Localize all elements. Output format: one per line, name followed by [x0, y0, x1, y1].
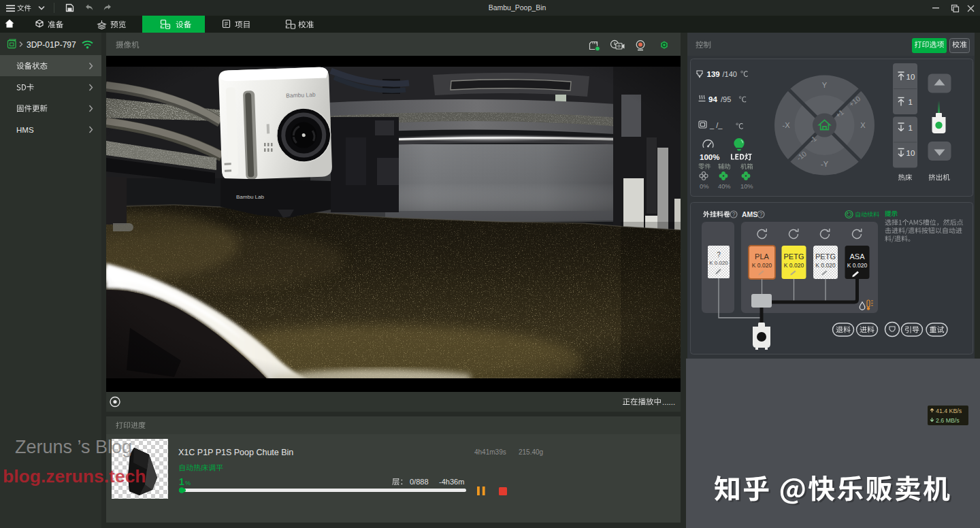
- svg-text:Y: Y: [822, 81, 828, 89]
- svg-text:K 0.020: K 0.020: [815, 262, 836, 269]
- svg-text:X: X: [860, 121, 866, 129]
- svg-text:4h41m39s: 4h41m39s: [474, 448, 506, 456]
- svg-text:-X: -X: [783, 121, 791, 129]
- svg-text:2.6 MB/s: 2.6 MB/s: [936, 417, 960, 424]
- svg-text:ASA: ASA: [849, 252, 865, 261]
- svg-text:AMS: AMS: [742, 210, 757, 218]
- svg-text:/140: /140: [723, 70, 737, 78]
- svg-text:Bambu_Poop_Bin: Bambu_Poop_Bin: [489, 3, 546, 12]
- svg-text:K 0.020: K 0.020: [709, 260, 728, 266]
- svg-text:3DP-01P-797: 3DP-01P-797: [27, 40, 76, 50]
- svg-text:/95: /95: [721, 95, 731, 103]
- svg-text:40%: 40%: [718, 183, 731, 190]
- svg-text:K 0.020: K 0.020: [784, 262, 804, 269]
- svg-text:blog.zeruns.tech: blog.zeruns.tech: [3, 466, 146, 486]
- svg-text:94: 94: [708, 95, 717, 103]
- svg-text:......: ......: [662, 398, 675, 406]
- svg-text:?: ?: [760, 211, 763, 218]
- svg-text:1: 1: [909, 124, 913, 132]
- svg-text:215.40g: 215.40g: [519, 448, 543, 456]
- svg-text:1: 1: [179, 476, 184, 487]
- svg-text:100%: 100%: [700, 153, 719, 161]
- svg-text:139: 139: [707, 70, 720, 78]
- svg-text:-4h36m: -4h36m: [439, 478, 464, 486]
- svg-text:PETG: PETG: [815, 252, 836, 261]
- svg-text:%: %: [185, 480, 191, 486]
- svg-text:HMS: HMS: [16, 126, 34, 134]
- svg-text:?: ?: [732, 211, 736, 218]
- svg-text:0%: 0%: [700, 183, 708, 190]
- svg-text:10%: 10%: [740, 183, 753, 190]
- svg-text:K 0.020: K 0.020: [752, 262, 772, 269]
- svg-text:Zeruns ’s Blog: Zeruns ’s Blog: [15, 437, 132, 457]
- svg-text:K 0.020: K 0.020: [847, 262, 868, 269]
- svg-text:10: 10: [906, 149, 915, 157]
- svg-text:PLA: PLA: [755, 252, 769, 261]
- svg-text:41.4 KB/s: 41.4 KB/s: [936, 408, 962, 414]
- svg-text:_ /_: _ /_: [709, 121, 723, 129]
- svg-text:?: ?: [717, 251, 721, 259]
- svg-text:-Y: -Y: [821, 160, 829, 168]
- svg-text:10: 10: [906, 73, 915, 81]
- svg-text:PETG: PETG: [784, 252, 804, 261]
- svg-text:0/888: 0/888: [410, 478, 429, 486]
- svg-text:X1C P1P P1S Poop Chute Bin: X1C P1P P1S Poop Chute Bin: [178, 448, 293, 457]
- svg-text:1: 1: [909, 98, 913, 106]
